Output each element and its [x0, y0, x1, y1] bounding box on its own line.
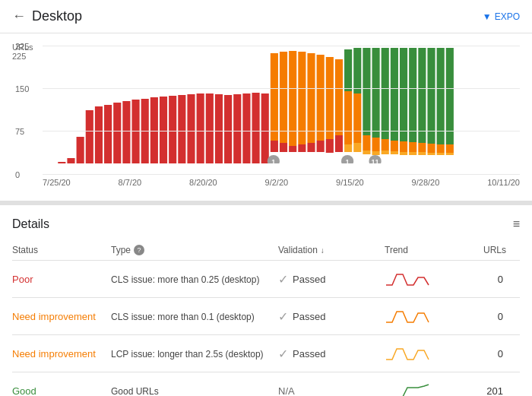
col-status: Status — [12, 245, 111, 255]
urls-value-1: 0 — [461, 274, 506, 285]
svg-rect-0 — [58, 162, 65, 163]
status-need-1[interactable]: Need improvement — [12, 311, 111, 322]
details-title: Details — [12, 217, 49, 231]
trend-sparkline-1 — [385, 268, 461, 290]
svg-rect-58 — [400, 141, 407, 152]
urls-value-4: 201 — [461, 385, 506, 397]
svg-rect-3 — [86, 110, 93, 163]
svg-rect-27 — [289, 51, 296, 146]
svg-rect-74 — [446, 153, 454, 155]
svg-rect-13 — [178, 95, 185, 163]
svg-rect-61 — [409, 142, 416, 152]
svg-rect-26 — [280, 143, 287, 152]
svg-rect-51 — [382, 48, 389, 139]
x-label-5: 9/15/20 — [336, 178, 364, 187]
svg-rect-63 — [418, 48, 426, 143]
svg-text:11: 11 — [372, 158, 379, 163]
x-label-4: 9/2/20 — [265, 178, 289, 187]
svg-rect-12 — [169, 96, 176, 163]
svg-rect-31 — [307, 53, 315, 143]
svg-rect-57 — [400, 48, 407, 141]
svg-rect-45 — [363, 48, 370, 135]
col-urls: URLs — [461, 245, 506, 255]
gridline-225: 225 — [43, 46, 520, 46]
svg-rect-6 — [113, 103, 121, 163]
svg-rect-55 — [391, 141, 398, 151]
type-text: CLS issue: more than 0.1 (desktop) — [111, 311, 278, 322]
validation-cell: ✓ Passed — [278, 272, 385, 287]
sort-down-icon: ↓ — [321, 246, 325, 255]
trend-sparkline-3 — [385, 343, 461, 364]
svg-rect-34 — [317, 141, 325, 152]
svg-rect-33 — [317, 55, 325, 141]
svg-rect-23 — [271, 53, 278, 141]
svg-rect-53 — [382, 150, 389, 154]
svg-rect-19 — [233, 94, 241, 163]
urls-value-3: 0 — [461, 348, 506, 360]
svg-text:1: 1 — [346, 158, 350, 163]
check-icon-3: ✓ — [278, 347, 288, 361]
x-label-1: 7/25/20 — [43, 178, 71, 187]
svg-rect-25 — [280, 52, 287, 143]
gridline-75: 75 — [43, 131, 520, 131]
svg-rect-15 — [197, 93, 204, 163]
svg-rect-49 — [372, 138, 380, 151]
export-button[interactable]: ▼ EXPO — [483, 11, 520, 22]
gridline-150: 150 — [43, 88, 520, 89]
page-title: Desktop — [32, 8, 82, 24]
svg-rect-37 — [335, 59, 343, 135]
svg-rect-18 — [224, 95, 232, 163]
back-button[interactable]: ← — [12, 8, 26, 24]
svg-rect-43 — [353, 93, 361, 143]
svg-rect-59 — [400, 152, 407, 155]
svg-rect-32 — [307, 143, 315, 152]
svg-rect-46 — [363, 135, 370, 150]
svg-rect-39 — [344, 49, 352, 91]
svg-rect-56 — [391, 151, 398, 154]
svg-rect-1 — [67, 158, 74, 163]
bar-chart: 1 1 11 — [43, 46, 520, 163]
svg-rect-68 — [427, 153, 435, 155]
svg-rect-38 — [335, 135, 343, 152]
svg-rect-44 — [353, 143, 361, 152]
svg-text:1: 1 — [271, 158, 275, 163]
page-header: ← Desktop ▼ EXPO — [0, 0, 532, 33]
svg-rect-40 — [344, 91, 352, 144]
col-type: Type ? — [111, 245, 278, 255]
type-text: CLS issue: more than 0.25 (desktop) — [111, 274, 278, 285]
x-label-2: 8/7/20 — [119, 178, 142, 187]
svg-rect-62 — [409, 152, 416, 155]
svg-rect-60 — [409, 48, 416, 142]
svg-rect-71 — [437, 153, 445, 155]
svg-rect-48 — [372, 48, 380, 138]
check-icon: ✓ — [278, 272, 288, 287]
x-axis: 7/25/20 8/7/20 8/20/20 9/2/20 9/15/20 9/… — [43, 178, 520, 187]
svg-rect-54 — [391, 48, 398, 141]
trend-sparkline-2 — [385, 306, 461, 327]
svg-rect-73 — [446, 144, 454, 153]
download-icon: ▼ — [483, 11, 492, 22]
status-need-2[interactable]: Need improvement — [12, 348, 111, 360]
svg-rect-17 — [215, 94, 223, 163]
svg-rect-4 — [95, 106, 103, 163]
svg-rect-14 — [187, 94, 195, 163]
status-good[interactable]: Good — [12, 385, 111, 397]
svg-rect-52 — [382, 139, 389, 150]
table-header: Status Type ? Validation ↓ Trend URLs — [12, 240, 520, 261]
col-validation[interactable]: Validation ↓ — [278, 245, 385, 255]
filter-icon[interactable]: ≡ — [513, 217, 520, 231]
svg-rect-50 — [372, 151, 380, 155]
help-icon[interactable]: ? — [134, 245, 144, 255]
svg-rect-21 — [252, 93, 260, 163]
type-text: LCP issue: longer than 2.5s (desktop) — [111, 348, 278, 360]
validation-cell-4: N/A — [278, 385, 385, 397]
validation-cell-3: ✓ Passed — [278, 347, 385, 361]
svg-rect-42 — [353, 48, 361, 93]
urls-value-2: 0 — [461, 311, 506, 322]
svg-rect-30 — [298, 144, 306, 152]
trend-sparkline-4 — [385, 380, 461, 396]
table-row: Need improvement CLS issue: more than 0.… — [12, 298, 520, 335]
svg-rect-28 — [289, 146, 296, 152]
svg-rect-20 — [242, 93, 250, 163]
status-poor[interactable]: Poor — [12, 274, 111, 285]
